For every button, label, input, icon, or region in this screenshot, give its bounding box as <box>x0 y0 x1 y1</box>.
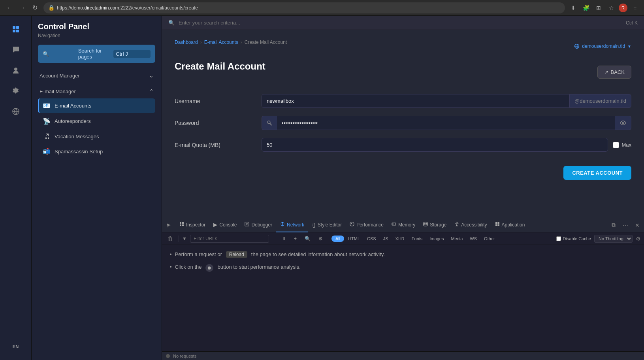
net-tab-xhr[interactable]: XHR <box>392 236 408 242</box>
breadcrumb-row: Dashboard › E-mail Accounts › Create Mai… <box>175 40 631 53</box>
breadcrumb-dashboard[interactable]: Dashboard <box>175 40 198 45</box>
devtools-content: • Perform a request or Reload the page t… <box>162 245 644 351</box>
username-input[interactable] <box>262 94 570 108</box>
email-manager-header[interactable]: E-mail Manager ⌄ <box>38 85 155 98</box>
domain-indicator[interactable]: demouserdomain.tld ▼ <box>574 43 631 49</box>
generate-password-button[interactable] <box>262 116 277 130</box>
pause-button[interactable]: ⏸ <box>279 235 288 242</box>
devtools-tab-style-editor[interactable]: {} Style Editor <box>308 218 346 232</box>
network-clear-button[interactable]: 🗑 <box>165 235 175 243</box>
disable-cache-text: Disable Cache <box>563 236 591 241</box>
add-filter-button[interactable]: + <box>292 235 299 242</box>
net-tab-images[interactable]: Images <box>426 236 447 242</box>
devtools-tab-inspector[interactable]: Inspector <box>175 218 209 232</box>
back-nav-button[interactable]: ← <box>4 2 15 13</box>
inspector-tab-label: Inspector <box>186 222 205 228</box>
search-shortcut-hint: Ctrl K <box>626 20 638 26</box>
account-manager-header[interactable]: Account Manager ⌄ <box>38 69 155 82</box>
nav-item-spamassassin[interactable]: 📬 Spamassassin Setup <box>38 144 155 159</box>
settings-filter-button[interactable]: ⚙ <box>316 235 325 242</box>
net-tab-fonts[interactable]: Fonts <box>409 236 426 242</box>
disable-cache-label[interactable]: Disable Cache <box>556 236 591 241</box>
svg-point-10 <box>622 122 624 124</box>
net-tab-other[interactable]: Other <box>481 236 498 242</box>
profile-button[interactable]: R <box>619 4 627 12</box>
nav-panel-subtitle: Navigation <box>38 33 155 38</box>
nav-item-email-accounts[interactable]: 📧 E-mail Accounts <box>38 98 155 113</box>
search-pages-button[interactable]: 🔍 Search for pages Ctrl J <box>38 45 155 63</box>
sidebar-icon-settings[interactable] <box>7 82 24 100</box>
username-form-group: Username @demouserdomain.tld <box>175 94 631 108</box>
devtools-tab-storage[interactable]: Storage <box>419 218 450 232</box>
forward-nav-button[interactable]: → <box>17 2 28 13</box>
performance-tab-label: Performance <box>356 222 384 228</box>
devtools-filter-bar: 🗑 ▼ ⏸ + 🔍 ⚙ All HTML CSS JS XHR <box>162 232 644 245</box>
max-checkbox[interactable] <box>613 142 619 148</box>
sidebar-icon-chat[interactable] <box>7 41 24 58</box>
password-input[interactable] <box>277 116 615 130</box>
devtools-more-button[interactable]: ⋯ <box>620 220 631 230</box>
throttle-select[interactable]: No Throttling <box>594 235 633 243</box>
devtools-panel: Inspector ▶ Console Debugger <box>162 218 644 360</box>
devtools-tab-debugger[interactable]: Debugger <box>241 218 276 232</box>
devtools-tab-network[interactable]: Network <box>276 218 308 232</box>
filter-urls-input[interactable] <box>190 235 269 243</box>
filter-separator-1 <box>179 236 179 242</box>
quota-form-group: E-mail Quota (MB) Max <box>175 138 631 152</box>
console-tab-icon: ▶ <box>213 222 217 228</box>
debugger-tab-icon <box>245 222 249 228</box>
nav-item-vacation-messages[interactable]: 🏖 Vacation Messages <box>38 129 155 143</box>
autoresponders-icon: 📡 <box>43 117 51 125</box>
net-tab-js[interactable]: JS <box>380 236 392 242</box>
quota-input[interactable] <box>262 138 608 152</box>
net-tab-css[interactable]: CSS <box>364 236 379 242</box>
sidebar-icon-grid[interactable] <box>7 21 24 38</box>
devtools-tab-console[interactable]: ▶ Console <box>209 218 241 232</box>
create-account-button[interactable]: CREATE ACCOUNT <box>563 166 631 180</box>
password-input-group <box>262 116 631 130</box>
net-tab-ws[interactable]: WS <box>467 236 480 242</box>
devtools-close-button[interactable]: ✕ <box>632 220 642 230</box>
svg-point-25 <box>456 222 458 223</box>
network-settings-button[interactable]: ⚙ <box>636 236 641 242</box>
sidebar-icon-user[interactable] <box>7 62 24 79</box>
breadcrumb-email-accounts[interactable]: E-mail Accounts <box>204 40 238 45</box>
devtools-inspect-button[interactable] <box>164 220 174 230</box>
email-accounts-icon: 📧 <box>43 102 51 109</box>
top-search-icon: 🔍 <box>168 20 175 26</box>
email-manager-items: 📧 E-mail Accounts 📡 Autoresponders 🏖 Vac… <box>38 98 155 159</box>
devtools-expand-button[interactable]: ⧉ <box>608 220 619 230</box>
nav-panel: Control Panel Navigation 🔍 Search for pa… <box>32 16 162 360</box>
reload-nav-button[interactable]: ↻ <box>29 2 40 13</box>
max-label[interactable]: Max <box>613 142 631 148</box>
app-container: EN Control Panel Navigation 🔍 Search for… <box>0 16 644 360</box>
page-header: Create Mail Account ↗ BACK <box>175 61 631 83</box>
download-button[interactable]: ⬇ <box>568 3 578 13</box>
address-bar[interactable]: 🔒 https://demo.directadmin.com:2222/evo/… <box>43 2 565 13</box>
bookmark-button[interactable]: ☆ <box>606 3 616 13</box>
nav-item-autoresponders[interactable]: 📡 Autoresponders <box>38 114 155 128</box>
devtools-tab-performance[interactable]: Performance <box>346 218 388 232</box>
devtools-toolbar: Inspector ▶ Console Debugger <box>162 218 644 232</box>
disable-cache-checkbox[interactable] <box>556 236 561 241</box>
password-toggle-button[interactable] <box>615 116 631 130</box>
back-button[interactable]: ↗ BACK <box>597 66 631 79</box>
menu-button[interactable]: ≡ <box>630 3 640 13</box>
sidebar-icon-globe[interactable] <box>7 103 24 120</box>
devtools-tab-memory[interactable]: Memory <box>388 218 419 232</box>
devtools-tab-accessibility[interactable]: Accessibility <box>450 218 491 232</box>
net-tab-html[interactable]: HTML <box>345 236 363 242</box>
devtools-tab-application[interactable]: Application <box>491 218 529 232</box>
svg-rect-27 <box>497 222 499 224</box>
extensions-button[interactable]: 🧩 <box>581 3 591 13</box>
top-search-input[interactable] <box>179 20 622 26</box>
key-icon <box>267 120 272 126</box>
email-manager-label: E-mail Manager <box>40 89 76 94</box>
nav-item-label: Vacation Messages <box>55 134 99 139</box>
net-tab-all[interactable]: All <box>331 236 344 242</box>
zoom-button[interactable]: 🔍 <box>302 235 313 242</box>
sidebar-lang-label[interactable]: EN <box>7 338 24 355</box>
grid-apps-button[interactable]: ⊞ <box>593 3 604 13</box>
net-tab-media[interactable]: Media <box>448 236 466 242</box>
form-actions: CREATE ACCOUNT <box>175 160 631 180</box>
